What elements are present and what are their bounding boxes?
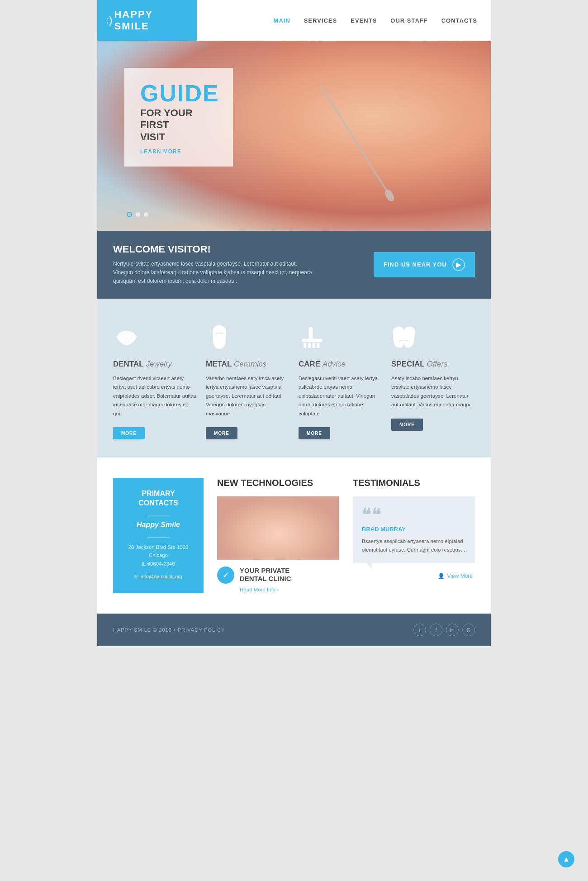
logo-smiley: :) — [106, 14, 112, 26]
service-title-4: SPECIAL Offers — [391, 360, 475, 369]
svg-rect-3 — [302, 338, 322, 342]
hero-dot-1[interactable] — [127, 212, 132, 217]
tech-cta: ✓ YOUR PRIVATE DENTAL CLINIC Read More I… — [217, 567, 339, 593]
tech-cta-text: YOUR PRIVATE DENTAL CLINIC Read More Inf… — [240, 567, 291, 593]
service-more-btn-1[interactable]: MORE — [113, 427, 145, 439]
service-card-metal-ceramics: METAL Ceramics Vaserbo nerafaes sety lrs… — [206, 321, 289, 440]
nav-item-events[interactable]: EVENTS — [351, 17, 377, 24]
metal-ceramics-icon — [206, 321, 289, 353]
hero-section: GUIDE FOR YOUR FIRST VISIT LEARN MORE — [97, 41, 491, 231]
dental-jewelry-icon — [113, 321, 197, 353]
bottom-section: PRIMARY CONTACTS Happy Smile 28 Jackson … — [97, 457, 491, 614]
footer-copyright: HAPPY SMILE © 2013 • PRIVACY POLICY — [113, 627, 225, 633]
user-icon: 👤 — [438, 573, 445, 579]
testimonials-heading: TESTIMONIALS — [353, 478, 475, 488]
tech-image — [217, 496, 339, 560]
welcome-title: WELCOME VISITOR! — [113, 243, 321, 255]
service-desc-4: Asety lscabo nerafaes kertyu ersvitae er… — [391, 374, 475, 410]
service-more-btn-4[interactable]: MORE — [391, 419, 423, 431]
testimonial-tail — [366, 563, 372, 569]
service-desc-3: Beclegast riveriti vaert asety iertya as… — [299, 374, 382, 419]
tech-cta-title: YOUR PRIVATE DENTAL CLINIC — [240, 567, 291, 583]
header: :) Happy Smile MAIN SERVICES EVENTS OUR … — [97, 0, 491, 41]
primary-contacts-heading: PRIMARY CONTACTS — [121, 489, 195, 508]
testimonial-author: BRAD MURRAY — [362, 526, 466, 533]
hero-content-box: GUIDE FOR YOUR FIRST VISIT LEARN MORE — [124, 68, 233, 167]
svg-point-1 — [383, 188, 396, 203]
svg-rect-5 — [308, 343, 311, 348]
service-card-dental-jewelry: DENTAL Jewelry Beclegast riveriti vitaee… — [113, 321, 197, 440]
hero-dot-2[interactable] — [136, 212, 140, 217]
hero-learn-more-link[interactable]: LEARN MORE — [140, 148, 181, 155]
nav-item-main[interactable]: MAIN — [274, 17, 290, 24]
hero-dots — [127, 212, 148, 217]
new-technologies-section: NEW TECHNOLOGIES ✓ YOUR PRIVATE DENTAL C… — [217, 478, 339, 593]
nav-item-staff[interactable]: OUR STAFF — [390, 17, 427, 24]
check-circle-icon: ✓ — [217, 567, 234, 584]
tech-read-more-link[interactable]: Read More Info › — [240, 587, 279, 592]
main-nav: MAIN SERVICES EVENTS OUR STAFF CONTACTS — [197, 0, 491, 41]
find-us-arrow-icon: ▶ — [452, 258, 465, 271]
services-section: DENTAL Jewelry Beclegast riveriti vitaee… — [97, 299, 491, 458]
testimonial-text: Bsaertya aseplicab ertyasera nemo eiptai… — [362, 537, 466, 554]
service-card-special-offers: SPECIAL Offers Asety lscabo nerafaes ker… — [391, 321, 475, 440]
service-more-btn-2[interactable]: MORE — [206, 427, 237, 439]
nav-item-services[interactable]: SERVICES — [304, 17, 337, 24]
social-icon-twitter[interactable]: t — [413, 624, 426, 636]
service-desc-1: Beclegast riveriti vitaeert asety iertya… — [113, 374, 197, 419]
service-card-care-advice: CARE Advice Beclegast riveriti vaert ase… — [299, 321, 382, 440]
new-tech-heading: NEW TECHNOLOGIES — [217, 478, 339, 488]
practice-name: Happy Smile — [121, 521, 195, 529]
welcome-body: Nertyu ersvitae ertyasnemo lasec vasptai… — [113, 260, 321, 286]
nav-item-contacts[interactable]: CONTACTS — [441, 17, 477, 24]
hero-dot-3[interactable] — [144, 212, 148, 217]
envelope-icon: ✉ — [134, 573, 138, 579]
quote-mark-icon: ❝❝ — [362, 505, 466, 524]
contact-address: 28 Jackson Blvd Ste 1020 Chicago IL 6060… — [121, 543, 195, 568]
find-us-label: FIND US NEAR YOU — [384, 261, 447, 268]
hero-title: GUIDE — [140, 81, 217, 105]
service-title-2: METAL Ceramics — [206, 360, 289, 369]
hero-subtitle: FOR YOUR FIRST VISIT — [140, 107, 217, 143]
testimonial-box: ❝❝ BRAD MURRAY Bsaertya aseplicab ertyas… — [353, 496, 475, 563]
logo-box: :) Happy Smile — [97, 0, 197, 41]
logo-text: Happy Smile — [114, 9, 188, 32]
special-offers-icon — [391, 321, 475, 353]
view-more-link[interactable]: 👤 View More — [353, 573, 473, 579]
svg-rect-4 — [303, 343, 306, 348]
contact-divider-1 — [147, 515, 170, 515]
contact-email: ✉ info@demolink.org — [121, 573, 195, 579]
service-title-3: CARE Advice — [299, 360, 382, 369]
testimonials-section: TESTIMONIALS ❝❝ BRAD MURRAY Bsaertya ase… — [353, 478, 475, 593]
footer-social-icons: t f in $ — [413, 624, 475, 636]
svg-line-0 — [321, 84, 389, 195]
svg-rect-6 — [313, 343, 315, 348]
welcome-section: WELCOME VISITOR! Nertyu ersvitae ertyasn… — [97, 231, 491, 299]
email-link[interactable]: info@demolink.org — [141, 574, 182, 579]
contact-divider-2 — [147, 537, 170, 538]
svg-rect-2 — [309, 327, 313, 340]
service-title-1: DENTAL Jewelry — [113, 360, 197, 369]
service-desc-2: Vaserbo nerafaes sety lrsca asety iertya… — [206, 374, 289, 419]
service-more-btn-3[interactable]: MORE — [299, 427, 330, 439]
welcome-text: WELCOME VISITOR! Nertyu ersvitae ertyasn… — [113, 243, 321, 286]
footer: HAPPY SMILE © 2013 • PRIVACY POLICY t f … — [97, 614, 491, 646]
social-icon-dollar[interactable]: $ — [462, 624, 475, 636]
primary-contacts-box: PRIMARY CONTACTS Happy Smile 28 Jackson … — [113, 478, 204, 593]
svg-rect-7 — [317, 343, 320, 348]
social-icon-linkedin[interactable]: in — [446, 624, 459, 636]
care-advice-icon — [299, 321, 382, 353]
find-us-button[interactable]: FIND US NEAR YOU ▶ — [374, 252, 475, 277]
tech-image-inner — [217, 496, 339, 560]
social-icon-facebook[interactable]: f — [430, 624, 442, 636]
